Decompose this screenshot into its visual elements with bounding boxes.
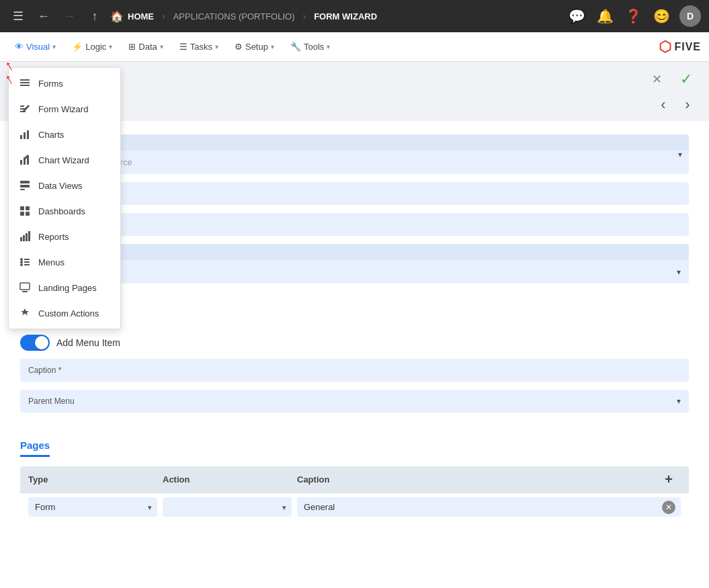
setup-icon: ⚙: [235, 42, 243, 52]
dropdown-reports-label: Reports: [38, 232, 69, 242]
row-caption-input[interactable]: [297, 497, 681, 517]
table-row: Form ▾ ▾ ✕: [20, 493, 689, 521]
svg-rect-12: [20, 206, 24, 210]
data-chevron: ▾: [160, 43, 163, 50]
nav-data[interactable]: ⊞ Data ▾: [122, 38, 169, 56]
prev-button[interactable]: ‹: [653, 94, 674, 116]
svg-rect-17: [23, 235, 25, 241]
dropdown-landing-pages-label: Landing Pages: [38, 283, 97, 293]
dropdown-data-views-label: Data Views: [38, 181, 83, 191]
up-button[interactable]: ↑: [85, 6, 105, 26]
dropdown-menus[interactable]: Menus: [9, 249, 120, 275]
cancel-button[interactable]: ✕: [644, 67, 669, 91]
dropdown-chart-wizard[interactable]: Chart Wizard: [9, 147, 120, 173]
tasks-icon: ☰: [179, 42, 187, 52]
nav-setup[interactable]: ⚙ Setup ▾: [228, 38, 281, 56]
add-menu-item-toggle[interactable]: [20, 335, 50, 351]
svg-rect-23: [24, 261, 30, 263]
notification-icon[interactable]: 🔔: [595, 6, 615, 26]
col-type-header: Type: [28, 474, 163, 485]
svg-rect-13: [26, 206, 30, 210]
next-button[interactable]: ›: [677, 94, 698, 116]
pages-table: Type Action Caption + Form ▾: [20, 466, 689, 521]
dropdown-charts-label: Charts: [38, 130, 64, 140]
breadcrumb-sep1: ›: [162, 11, 165, 22]
row-action-select[interactable]: [163, 497, 292, 517]
svg-rect-25: [24, 264, 30, 265]
nav-data-label: Data: [138, 42, 157, 52]
add-row-button[interactable]: +: [657, 472, 681, 487]
confirm-button[interactable]: ✓: [674, 67, 698, 91]
svg-rect-3: [20, 135, 22, 139]
avatar[interactable]: D: [679, 5, 701, 27]
svg-rect-27: [22, 291, 28, 292]
tools-chevron: ▾: [327, 43, 330, 50]
svg-rect-5: [27, 130, 29, 139]
reports-icon: [18, 230, 32, 243]
dashboards-icon: [18, 204, 32, 218]
row-caption-wrapper: ✕: [297, 497, 681, 517]
dropdown-custom-actions[interactable]: Custom Actions: [9, 300, 120, 326]
dropdown-dashboards[interactable]: Dashboards: [9, 198, 120, 224]
svg-point-24: [20, 263, 23, 266]
nav-tasks-label: Tasks: [190, 42, 212, 52]
data-views-icon: [18, 179, 32, 192]
setup-chevron: ▾: [271, 43, 274, 50]
svg-rect-10: [20, 185, 30, 187]
parent-menu-field[interactable]: Parent Menu ▾: [20, 390, 689, 413]
dropdown-menus-label: Menus: [38, 257, 65, 267]
dropdown-landing-pages[interactable]: Landing Pages: [9, 275, 120, 300]
dropdown-forms[interactable]: Forms: [9, 71, 120, 96]
breadcrumb-home[interactable]: HOME: [128, 11, 154, 22]
nav-setup-label: Setup: [245, 42, 268, 52]
row-type-select[interactable]: Form: [28, 497, 157, 517]
breadcrumb-sep2: ›: [303, 11, 306, 22]
svg-rect-18: [26, 233, 28, 241]
form-wizard-icon: [18, 102, 32, 116]
dropdown-data-views[interactable]: Data Views: [9, 173, 120, 198]
breadcrumb-form-wizard: FORM WIZARD: [314, 11, 377, 22]
visual-dropdown: Forms Form Wizard Charts Chart Wizard: [8, 67, 121, 329]
custom-actions-icon: [18, 306, 32, 320]
nav-tools-label: Tools: [304, 42, 324, 52]
caption-field[interactable]: Caption *: [20, 359, 689, 382]
dropdown-form-wizard[interactable]: Form Wizard: [9, 96, 120, 122]
svg-point-22: [20, 261, 23, 263]
svg-rect-21: [24, 259, 30, 260]
nav-tasks[interactable]: ☰ Tasks ▾: [173, 38, 225, 56]
svg-rect-14: [20, 212, 24, 216]
landing-pages-icon: [18, 281, 32, 294]
dropdown-reports[interactable]: Reports: [9, 224, 120, 249]
nav-logic[interactable]: ⚡ Logic ▾: [65, 38, 119, 56]
svg-rect-19: [28, 231, 30, 241]
caption-label-text: Caption *: [28, 366, 61, 375]
parent-menu-group: Parent Menu ▾: [20, 390, 689, 413]
dropdown-chart-wizard-label: Chart Wizard: [38, 155, 89, 165]
help-icon[interactable]: ❓: [623, 6, 643, 26]
charts-icon: [18, 128, 32, 141]
menu-icon[interactable]: ☰: [8, 6, 28, 26]
page-navigation-chevron: ▾: [677, 267, 681, 277]
data-icon: ⊞: [128, 42, 136, 52]
row-action-wrapper: ▾: [163, 497, 292, 517]
pages-section-label: Pages: [20, 439, 50, 457]
nav-tools[interactable]: 🔧 Tools ▾: [284, 38, 337, 56]
toggle-row: Add Menu Item: [20, 335, 689, 351]
svg-rect-6: [20, 160, 22, 165]
dropdown-charts[interactable]: Charts: [9, 122, 120, 147]
logic-chevron: ▾: [109, 43, 112, 50]
nav-visual[interactable]: 👁 Visual ▾ Forms Form Wizard Chart: [8, 38, 62, 56]
add-plus-label: +: [665, 472, 673, 487]
dropdown-dashboards-label: Dashboards: [38, 206, 85, 216]
caption-group: Caption *: [20, 359, 689, 382]
col-action-header: Action: [163, 474, 297, 485]
breadcrumb-applications[interactable]: APPLICATIONS (PORTFOLIO): [173, 11, 295, 22]
chat-icon[interactable]: 💬: [567, 6, 587, 26]
forward-button[interactable]: →: [59, 6, 79, 26]
dropdown-forms-label: Forms: [38, 79, 63, 89]
row-caption-clear-button[interactable]: ✕: [662, 501, 675, 514]
svg-rect-4: [24, 132, 26, 139]
face-icon[interactable]: 😊: [651, 6, 671, 26]
nav-logic-label: Logic: [85, 42, 106, 52]
back-button[interactable]: ←: [34, 6, 54, 26]
